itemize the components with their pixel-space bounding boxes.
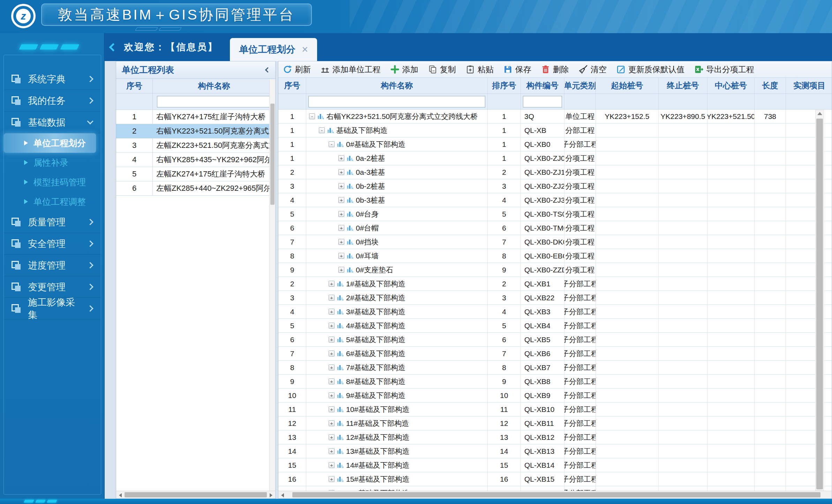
sidebar-subitem-unit-division[interactable]: 单位工程划分	[4, 133, 96, 153]
table-row[interactable]: 5+0#台身5QL-XB0-TS0分项工程	[278, 207, 832, 221]
expand-node-icon[interactable]: +	[338, 155, 344, 161]
toolbar-button-refresh[interactable]: 刷新	[283, 64, 311, 75]
expand-node-icon[interactable]: +	[329, 337, 335, 343]
unit-list-row[interactable]: 1右幅YK274+175红崖子沟特大桥	[116, 110, 275, 124]
collapse-node-icon[interactable]: -	[309, 113, 315, 119]
scroll-left-arrow-icon[interactable]	[281, 493, 284, 497]
expand-node-icon[interactable]: +	[329, 392, 335, 398]
expand-node-icon[interactable]: +	[338, 239, 344, 245]
sidebar-subitem-attr-supplement[interactable]: 属性补录	[4, 153, 101, 172]
expand-node-icon[interactable]: +	[329, 378, 335, 384]
table-row[interactable]: 1-右幅YK223+521.50阿克塞分离式立交跨线大桥13Q单位工程YK223…	[278, 110, 832, 123]
sidebar-item-construction-imaging[interactable]: 施工影像采集	[4, 298, 101, 319]
sidebar-item-change-mgmt[interactable]: 变更管理	[4, 276, 101, 298]
table-row[interactable]: 5+4#基础及下部构造5QL-XB4子分部工程	[278, 319, 832, 333]
expand-node-icon[interactable]: +	[338, 267, 344, 273]
unit-list-row[interactable]: 3左幅ZK223+521.50阿克塞分离式立交跨线大桥	[116, 138, 275, 153]
table-row[interactable]: 11+10#基础及下部构造11QL-XB10子分部工程	[278, 403, 832, 416]
expand-node-icon[interactable]: +	[338, 197, 344, 203]
table-row[interactable]: 3+2#基础及下部构造3QL-XB22子分部工程	[278, 291, 832, 305]
table-row[interactable]: 6+5#基础及下部构造6QL-XB5子分部工程	[278, 333, 832, 347]
toolbar-button-add-unit-project[interactable]: 添加单位工程	[320, 64, 381, 75]
table-row[interactable]: 9+8#基础及下部构造9QL-XB8子分部工程	[278, 375, 832, 389]
expand-node-icon[interactable]: +	[329, 448, 335, 454]
unit-list-vscroll-thumb[interactable]	[270, 104, 275, 205]
table-row[interactable]: 16+15#基础及下部构造16QL-XB15子分部工程	[278, 472, 832, 486]
sidebar-item-system-dict[interactable]: 系统字典	[4, 68, 101, 90]
table-row[interactable]: 1-0#基础及下部构造1QL-XB0子分部工程	[278, 137, 832, 151]
collapse-node-icon[interactable]: -	[329, 141, 335, 147]
table-row[interactable]: 15+14#基础及下部构造15QL-XB14子分部工程	[278, 458, 832, 472]
table-row[interactable]: 3+0b-2桩基3QL-XB0-ZJ2分项工程	[278, 179, 832, 193]
main-table-vscroll-thumb[interactable]	[816, 119, 823, 489]
expand-node-icon[interactable]: +	[329, 420, 335, 426]
unit-list-row[interactable]: 2右幅YK223+521.50阿克塞分离式立交跨线大桥	[116, 124, 275, 138]
scroll-right-arrow-icon[interactable]	[270, 493, 272, 497]
expand-node-icon[interactable]: +	[329, 434, 335, 440]
table-row[interactable]: 2+1#基础及下部构造2QL-XB1子分部工程	[278, 277, 832, 291]
table-row[interactable]: 10+9#基础及下部构造10QL-XB9子分部工程	[278, 389, 832, 403]
panel-collapse-icon[interactable]	[265, 67, 271, 73]
table-row[interactable]: 12+11#基础及下部构造12QL-XB11子分部工程	[278, 416, 832, 430]
expand-node-icon[interactable]: +	[329, 295, 335, 301]
expand-node-icon[interactable]: +	[338, 253, 344, 259]
expand-node-icon[interactable]: +	[329, 364, 335, 370]
toolbar-button-save[interactable]: 保存	[503, 64, 531, 75]
expand-node-icon[interactable]: +	[338, 169, 344, 175]
toolbar-button-export-subprojects[interactable]: 导出分项工程	[694, 64, 754, 75]
table-row[interactable]: 2+0a-3桩基2QL-XB0-ZJ1分项工程	[278, 165, 832, 179]
main-table-hscrollbar[interactable]	[278, 491, 832, 498]
unit-name-filter-input[interactable]	[157, 96, 271, 107]
tab-close-icon[interactable]: ×	[302, 43, 308, 56]
expand-node-icon[interactable]: +	[329, 351, 335, 356]
expand-node-icon[interactable]: +	[338, 225, 344, 231]
toolbar-button-delete[interactable]: 删除	[541, 64, 569, 75]
expand-node-icon[interactable]: +	[329, 476, 335, 482]
scroll-left-arrow-icon[interactable]	[119, 493, 122, 497]
table-row[interactable]: 1-基础及下部构造1QL-XB分部工程	[278, 123, 832, 137]
main-table-vscrollbar[interactable]	[815, 110, 824, 491]
unit-list-hscrollbar[interactable]	[116, 491, 275, 498]
expand-node-icon[interactable]: +	[329, 309, 335, 315]
toolbar-button-clear[interactable]: 清空	[578, 64, 607, 75]
table-row[interactable]: 14+13#基础及下部构造14QL-XB13子分部工程	[278, 444, 832, 458]
toolbar-button-copy[interactable]: 复制	[428, 64, 456, 75]
collapse-node-icon[interactable]: -	[319, 127, 325, 133]
expand-node-icon[interactable]: +	[338, 211, 344, 217]
table-row[interactable]: 8+7#基础及下部构造8QL-XB7子分部工程	[278, 361, 832, 375]
toolbar-button-update-warranty-defaults[interactable]: 更新质保默认值	[616, 64, 684, 75]
table-row[interactable]: 7+6#基础及下部构造7QL-XB6子分部工程	[278, 347, 832, 361]
table-row[interactable]: 6+0#台帽6QL-XB0-TM0分项工程	[278, 221, 832, 235]
table-row[interactable]: 4+3#基础及下部构造4QL-XB3子分部工程	[278, 305, 832, 319]
expand-node-icon[interactable]: +	[329, 323, 335, 329]
expand-node-icon[interactable]: +	[338, 183, 344, 189]
toolbar-button-add[interactable]: 添加	[390, 64, 418, 75]
main-table-hscroll-thumb[interactable]	[292, 492, 820, 497]
unit-list-hscroll-thumb[interactable]	[125, 492, 267, 497]
table-row[interactable]: 9+0#支座垫石9QL-XB0-ZZDS0分项工程	[278, 263, 832, 277]
table-row[interactable]: 1+0a-2桩基1QL-XB0-ZJ0分项工程	[278, 151, 832, 165]
expand-node-icon[interactable]: +	[329, 462, 335, 468]
unit-list-vscrollbar[interactable]	[269, 79, 275, 491]
table-row[interactable]: 13+12#基础及下部构造13QL-XB12子分部工程	[278, 430, 832, 444]
table-row[interactable]: 4+0b-3桩基4QL-XB0-ZJ3分项工程	[278, 193, 832, 207]
unit-list-row[interactable]: 6左幅ZK285+440~ZK292+965阿尔金山特长隧道	[116, 181, 275, 196]
unit-list-row[interactable]: 5左幅ZK274+175红崖子沟特大桥	[116, 167, 275, 181]
table-row[interactable]: 7+0#挡块7QL-XB0-DK0分项工程	[278, 235, 832, 249]
expand-node-icon[interactable]: +	[329, 406, 335, 412]
table-row[interactable]: 8+0#耳墙8QL-XB0-EBQ0分项工程	[278, 249, 832, 263]
sidebar-item-quality-mgmt[interactable]: 质量管理	[4, 211, 101, 233]
sidebar-item-basic-data[interactable]: 基础数据	[4, 112, 101, 133]
scroll-up-arrow-icon[interactable]	[817, 112, 822, 115]
expand-node-icon[interactable]: +	[329, 281, 335, 287]
unit-list-row[interactable]: 4右幅YK285+435~YK292+962阿尔金山特长隧道	[116, 153, 275, 167]
component-code-filter-input[interactable]	[523, 96, 562, 107]
sidebar-subitem-unit-adjust[interactable]: 单位工程调整	[4, 192, 101, 211]
toolbar-button-paste[interactable]: 粘贴	[465, 64, 494, 75]
sidebar-item-progress-mgmt[interactable]: 进度管理	[4, 255, 101, 276]
tab-unit-division[interactable]: 单位工程划分 ×	[230, 38, 317, 61]
sidebar-item-my-tasks[interactable]: 我的任务	[4, 90, 101, 112]
component-name-filter-input[interactable]	[308, 96, 485, 107]
back-chevron-icon[interactable]	[109, 43, 117, 51]
sidebar-subitem-model-code-mgmt[interactable]: 模型挂码管理	[4, 172, 101, 192]
